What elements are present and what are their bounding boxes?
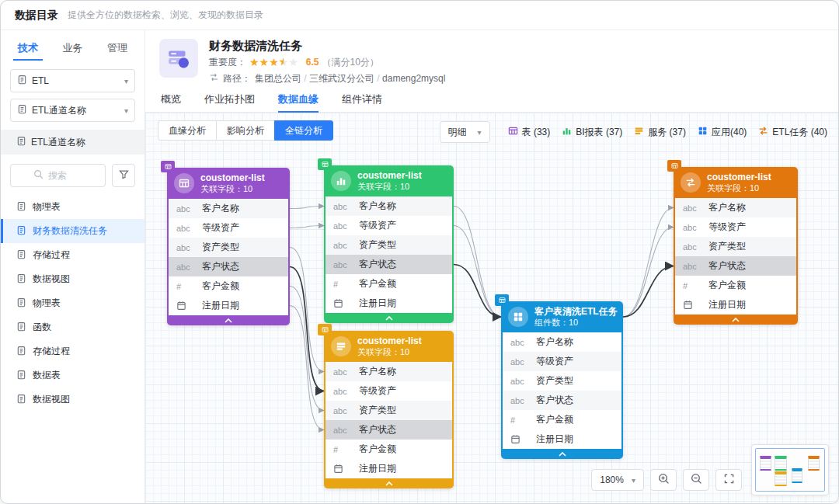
legend-item[interactable]: ETL任务 (40) — [758, 126, 827, 139]
minimap[interactable] — [751, 444, 829, 495]
score-value: 6.5 — [306, 57, 319, 68]
field-row[interactable]: abc客户名称 — [326, 196, 452, 216]
field-row[interactable]: abc客户名称 — [503, 332, 621, 352]
field-row[interactable]: #客户金额 — [326, 440, 452, 459]
sidebar-item[interactable]: 物理表 — [1, 291, 144, 315]
sidebar-tab[interactable]: 技术 — [16, 38, 40, 58]
field-row[interactable]: abc客户状态 — [169, 257, 288, 276]
analysis-button[interactable]: 影响分析 — [216, 120, 275, 141]
graph-node-etl-app[interactable]: 客户表清洗ETL任务 组件数：10 abc客户名称abc等级资产abc资产类型a… — [501, 301, 623, 459]
sidebar-item[interactable]: 数据视图 — [1, 388, 144, 412]
field-type-label: abc — [333, 367, 352, 377]
field-label: 客户名称 — [708, 201, 746, 214]
graph-node-src-table[interactable]: coustomer-list 关联字段：10 abc客户名称abc等级资产abc… — [167, 168, 290, 325]
legend-item[interactable]: 表 (33) — [508, 126, 551, 139]
field-row[interactable]: #客户金额 — [675, 276, 796, 295]
field-row[interactable]: abc资产类型 — [503, 371, 621, 391]
analysis-button[interactable]: 血缘分析 — [158, 120, 217, 141]
sidebar-tab[interactable]: 业务 — [61, 38, 85, 58]
filter-select[interactable]: ETL▾ — [10, 69, 135, 92]
sidebar-item[interactable]: 数据表 — [1, 363, 144, 388]
field-row[interactable]: abc客户状态 — [675, 256, 796, 276]
field-row[interactable]: 注册日期 — [326, 294, 452, 313]
filter-button[interactable] — [112, 164, 135, 187]
sidebar-item[interactable]: 财务数据清洗任务 — [1, 219, 144, 243]
legend-item[interactable]: 应用(40) — [698, 126, 747, 139]
node-header[interactable]: coustomer-list 关联字段：10 — [169, 168, 288, 199]
search-input[interactable] — [48, 170, 82, 181]
sidebar-item[interactable]: 存储过程 — [1, 339, 144, 363]
app-subtitle: 提供全方位的数据检索、浏览、发现的数据目录 — [68, 9, 263, 22]
field-row[interactable]: abc等级资产 — [169, 218, 288, 238]
sidebar-item[interactable]: 数据视图 — [1, 267, 144, 291]
field-row[interactable]: abc资产类型 — [675, 237, 796, 256]
doc-icon — [16, 322, 26, 334]
zoom-out-icon — [691, 473, 702, 487]
lineage-edge — [454, 207, 501, 318]
field-row[interactable]: abc客户名称 — [326, 362, 452, 381]
zoom-out-button[interactable] — [683, 469, 709, 491]
field-row[interactable]: abc客户状态 — [326, 255, 452, 274]
field-row[interactable]: abc客户状态 — [503, 391, 621, 410]
tab-数据血缘[interactable]: 数据血缘 — [278, 86, 319, 112]
field-row[interactable]: #客户金额 — [326, 274, 452, 294]
minimap-viewport[interactable] — [755, 448, 825, 492]
app-title: 数据目录 — [15, 9, 58, 23]
graph-node-target[interactable]: coustomer-list 关联字段：10 abc客户名称abc等级资产abc… — [674, 167, 798, 325]
sidebar-item[interactable]: 存储过程 — [1, 243, 144, 267]
field-row[interactable]: #客户金额 — [169, 276, 288, 296]
fullscreen-button[interactable] — [715, 469, 742, 491]
node-subtitle: 关联字段：10 — [357, 347, 422, 358]
graph-node-service[interactable]: coustomer-list 关联字段：10 abc客户名称abc等级资产abc… — [324, 331, 454, 488]
tab-概览[interactable]: 概览 — [161, 86, 181, 112]
sidebar-tab[interactable]: 管理 — [106, 38, 129, 58]
sidebar-item-label: 物理表 — [33, 297, 61, 310]
field-row[interactable]: #客户金额 — [503, 410, 621, 429]
field-label: 资产类型 — [708, 240, 746, 253]
field-row[interactable]: abc等级资产 — [326, 381, 452, 401]
field-row[interactable]: abc客户名称 — [169, 199, 288, 218]
field-row[interactable]: 注册日期 — [169, 296, 288, 315]
field-row[interactable]: abc客户名称 — [675, 198, 796, 217]
field-row[interactable]: 注册日期 — [503, 429, 621, 449]
collapse-button[interactable] — [326, 313, 452, 323]
tab-作业拓扑图[interactable]: 作业拓扑图 — [204, 86, 255, 112]
field-row[interactable]: abc客户状态 — [326, 420, 452, 440]
doc-icon — [16, 370, 26, 382]
node-header[interactable]: coustomer-list 关联字段：10 — [326, 331, 452, 362]
collapse-button[interactable] — [503, 449, 621, 459]
graph-node-bi-report[interactable]: coustomer-list 关联字段：10 abc客户名称abc等级资产abc… — [324, 165, 454, 323]
field-row[interactable]: abc等级资产 — [675, 217, 796, 237]
channel-row-label: ETL通道名称 — [31, 136, 85, 149]
field-type-label: abc — [176, 224, 195, 233]
sidebar-item[interactable]: 物理表 — [1, 195, 144, 219]
field-label: 资产类型 — [359, 404, 396, 417]
sidebar-item-label: 存储过程 — [33, 249, 70, 262]
detail-dropdown[interactable]: 明细 ▾ — [440, 121, 490, 143]
field-row[interactable]: abc资产类型 — [169, 238, 288, 257]
collapse-button[interactable] — [326, 478, 452, 488]
node-header[interactable]: coustomer-list 关联字段：10 — [326, 165, 452, 196]
collapse-button[interactable] — [169, 315, 288, 325]
field-row[interactable]: 注册日期 — [675, 295, 796, 315]
lineage-canvas[interactable]: coustomer-list 关联字段：10 abc客户名称abc等级资产abc… — [145, 113, 838, 503]
field-row[interactable]: abc资产类型 — [326, 235, 452, 255]
search-box[interactable] — [10, 164, 106, 187]
field-row[interactable]: abc等级资产 — [326, 216, 452, 235]
legend-item[interactable]: 服务 (37) — [634, 126, 686, 139]
legend-item[interactable]: BI报表 (37) — [562, 126, 622, 139]
field-row[interactable]: abc资产类型 — [326, 401, 452, 420]
sidebar-item[interactable]: 函数 — [1, 315, 144, 339]
chevron-down-icon: ▾ — [632, 476, 635, 485]
field-label: 客户名称 — [359, 200, 396, 213]
node-header[interactable]: coustomer-list 关联字段：10 — [675, 167, 796, 198]
zoom-level-dropdown[interactable]: 180% ▾ — [591, 469, 644, 491]
field-row[interactable]: 注册日期 — [326, 459, 452, 478]
analysis-button[interactable]: 全链分析 — [274, 120, 333, 141]
zoom-in-button[interactable] — [650, 469, 677, 491]
tab-组件详情[interactable]: 组件详情 — [342, 86, 382, 112]
field-row[interactable]: abc等级资产 — [503, 352, 621, 371]
filter-select[interactable]: ETL通道名称▾ — [10, 99, 135, 122]
collapse-button[interactable] — [675, 315, 796, 325]
node-header[interactable]: 客户表清洗ETL任务 组件数：10 — [503, 301, 621, 332]
